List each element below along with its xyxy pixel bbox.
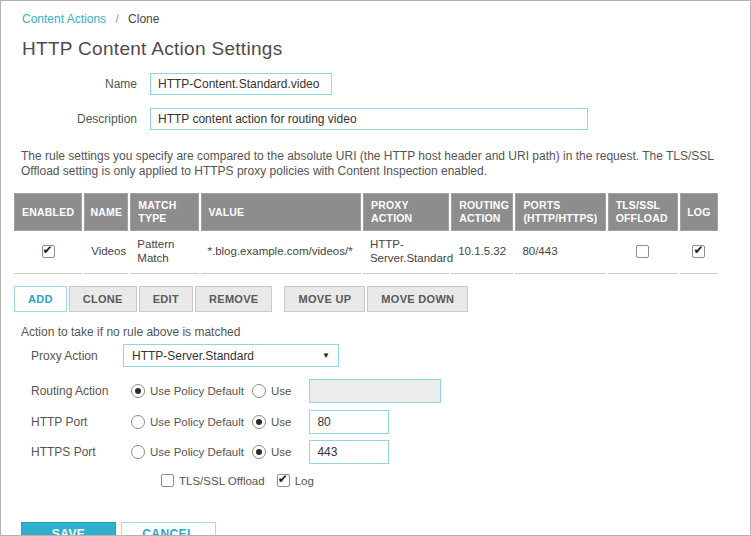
- rule-tls-offload-cell: [608, 231, 678, 274]
- col-header-value: VALUE: [201, 193, 361, 231]
- move-down-button[interactable]: MOVE DOWN: [367, 286, 468, 312]
- log-label: Log: [295, 475, 314, 487]
- https-port-use-policy-default-label: Use Policy Default: [150, 446, 244, 458]
- https-port-use-policy-default-radio[interactable]: [131, 445, 145, 459]
- https-port-row: HTTPS Port Use Policy Default Use: [1, 440, 750, 464]
- http-port-label: HTTP Port: [1, 415, 123, 429]
- proxy-action-row: Proxy Action HTTP-Server.Standard: [1, 344, 750, 367]
- col-header-name: NAME: [84, 193, 128, 231]
- tls-ssl-offload-checkbox[interactable]: [161, 474, 174, 487]
- page-title: HTTP Content Action Settings: [22, 38, 750, 60]
- description-field-row: Description: [1, 108, 750, 130]
- intro-text: The rule settings you specify are compar…: [21, 149, 730, 179]
- edit-button[interactable]: EDIT: [139, 286, 193, 312]
- rule-enabled-checkbox[interactable]: [42, 245, 55, 258]
- http-port-use-policy-default-radio[interactable]: [131, 415, 145, 429]
- routing-action-controls: Use Policy Default Use: [131, 379, 441, 403]
- rule-match-type-cell: Pattern Match: [130, 231, 198, 274]
- http-port-controls: Use Policy Default Use: [131, 410, 389, 434]
- breadcrumb-separator: /: [115, 12, 118, 26]
- col-header-tls-ssl-offload: TLS/SSL OFFLOAD: [608, 193, 678, 231]
- routing-use-input[interactable]: [309, 379, 441, 403]
- https-port-label: HTTPS Port: [1, 445, 123, 459]
- clone-button[interactable]: CLONE: [69, 286, 137, 312]
- footer-actions: SAVE CANCEL: [21, 522, 750, 536]
- name-label: Name: [1, 77, 150, 91]
- routing-use-policy-default-label: Use Policy Default: [150, 385, 244, 397]
- move-up-button[interactable]: MOVE UP: [284, 286, 365, 312]
- options-row: TLS/SSL Offload Log: [161, 474, 750, 487]
- rule-enabled-cell: [14, 231, 82, 274]
- rule-name-cell: Videos: [84, 231, 128, 274]
- remove-button[interactable]: REMOVE: [195, 286, 272, 312]
- routing-use-label: Use: [271, 385, 291, 397]
- https-port-use-label: Use: [271, 446, 291, 458]
- rule-routing-action-cell: 10.1.5.32: [451, 231, 513, 274]
- proxy-action-select[interactable]: HTTP-Server.Standard: [123, 344, 339, 367]
- default-action-heading: Action to take if no rule above is match…: [21, 325, 750, 339]
- rules-table: ENABLED NAME MATCH TYPE VALUE PROXY ACTI…: [12, 193, 720, 274]
- breadcrumb-link-content-actions[interactable]: Content Actions: [22, 12, 106, 26]
- routing-use-radio[interactable]: [252, 384, 266, 398]
- rule-toolbar: ADD CLONE EDIT REMOVE MOVE UP MOVE DOWN: [14, 286, 750, 312]
- rule-ports-cell: 80/443: [515, 231, 605, 274]
- table-row[interactable]: Videos Pattern Match *.blog.example.com/…: [14, 231, 718, 274]
- http-port-use-policy-default-label: Use Policy Default: [150, 416, 244, 428]
- rule-log-checkbox[interactable]: [692, 245, 705, 258]
- tls-ssl-offload-label: TLS/SSL Offload: [179, 475, 265, 487]
- routing-action-label: Routing Action: [1, 384, 123, 398]
- add-button[interactable]: ADD: [14, 286, 67, 312]
- proxy-action-label: Proxy Action: [1, 349, 123, 363]
- breadcrumb: Content Actions / Clone: [1, 1, 750, 26]
- name-field-row: Name: [1, 73, 750, 95]
- cancel-button[interactable]: CANCEL: [121, 522, 216, 536]
- chevron-down-icon: [322, 351, 330, 360]
- col-header-proxy-action: PROXY ACTION: [363, 193, 449, 231]
- routing-use-policy-default-radio[interactable]: [131, 384, 145, 398]
- routing-action-row: Routing Action Use Policy Default Use: [1, 379, 750, 403]
- col-header-log: LOG: [680, 193, 718, 231]
- col-header-match-type: MATCH TYPE: [130, 193, 198, 231]
- http-port-use-label: Use: [271, 416, 291, 428]
- http-port-input[interactable]: [309, 410, 389, 434]
- col-header-enabled: ENABLED: [14, 193, 82, 231]
- http-port-use-radio[interactable]: [252, 415, 266, 429]
- log-checkbox[interactable]: [277, 474, 290, 487]
- col-header-routing-action: ROUTING ACTION: [451, 193, 513, 231]
- rule-log-cell: [680, 231, 718, 274]
- col-header-ports: PORTS (HTTP/HTTPS): [515, 193, 605, 231]
- rule-value-cell: *.blog.example.com/videos/*: [201, 231, 361, 274]
- https-port-controls: Use Policy Default Use: [131, 440, 389, 464]
- http-port-row: HTTP Port Use Policy Default Use: [1, 410, 750, 434]
- breadcrumb-current: Clone: [128, 12, 159, 26]
- rules-table-header-row: ENABLED NAME MATCH TYPE VALUE PROXY ACTI…: [14, 193, 718, 231]
- rule-proxy-action-cell: HTTP-Server.Standard: [363, 231, 449, 274]
- https-port-input[interactable]: [309, 440, 389, 464]
- rule-tls-offload-checkbox[interactable]: [636, 245, 649, 258]
- description-input[interactable]: [150, 108, 588, 130]
- name-input[interactable]: [150, 73, 332, 95]
- description-label: Description: [1, 112, 150, 126]
- proxy-action-selected-value: HTTP-Server.Standard: [132, 349, 254, 363]
- https-port-use-radio[interactable]: [252, 445, 266, 459]
- http-content-action-settings-page: Content Actions / Clone HTTP Content Act…: [0, 0, 751, 536]
- save-button[interactable]: SAVE: [21, 522, 116, 536]
